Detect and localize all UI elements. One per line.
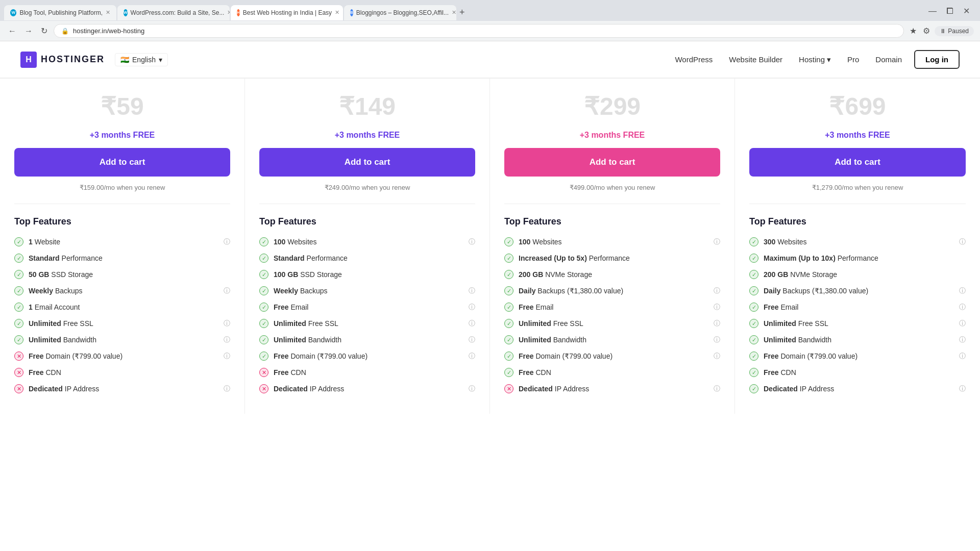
feature-info-business-6[interactable]: ⓘ [714, 335, 720, 344]
feature-info-single-0[interactable]: ⓘ [224, 237, 230, 246]
feature-info-single-6[interactable]: ⓘ [224, 335, 230, 344]
feature-item-cloud-startup-0: ✓ 300 Websites ⓘ [749, 237, 966, 246]
feature-check-premium-2: ✓ [259, 270, 268, 279]
feature-info-cloud-startup-5[interactable]: ⓘ [959, 319, 966, 328]
nav-domain[interactable]: Domain [875, 55, 902, 64]
feature-check-business-4: ✓ [504, 303, 513, 312]
feature-name-cloud-startup-1: Maximum (Up to 10x) Performance [764, 254, 966, 262]
feature-info-premium-6[interactable]: ⓘ [469, 335, 475, 344]
feature-check-business-6: ✓ [504, 335, 513, 344]
feature-item-cloud-startup-8: ✓ Free CDN [749, 368, 966, 377]
feature-name-cloud-startup-7: Free Domain (₹799.00 value) [764, 352, 954, 360]
feature-info-business-3[interactable]: ⓘ [714, 286, 720, 295]
new-tab-button[interactable]: + [459, 7, 465, 18]
free-months-business: +3 months FREE [504, 124, 720, 148]
tab-2-label: WordPress.com: Build a Site, Se... [131, 9, 225, 16]
tab-2[interactable]: W WordPress.com: Build a Site, Se... ✕ [117, 5, 230, 20]
feature-name-cloud-startup-6: Unlimited Bandwidth [764, 336, 954, 344]
features-title-business: Top Features [504, 216, 720, 227]
feature-info-business-0[interactable]: ⓘ [714, 237, 720, 246]
feature-info-single-5[interactable]: ⓘ [224, 319, 230, 328]
login-button[interactable]: Log in [914, 50, 960, 69]
logo-icon: H [20, 52, 37, 68]
restore-button[interactable]: ⧠ [944, 4, 956, 18]
feature-info-premium-7[interactable]: ⓘ [469, 352, 475, 361]
feature-info-cloud-startup-3[interactable]: ⓘ [959, 286, 966, 295]
tab-1-label: Blog Tool, Publishing Platform, [19, 9, 103, 16]
minimize-button[interactable]: — [926, 4, 939, 18]
feature-check-business-0: ✓ [504, 237, 513, 246]
feature-item-cloud-startup-7: ✓ Free Domain (₹799.00 value) ⓘ [749, 352, 966, 361]
nav-website-builder[interactable]: Website Builder [729, 55, 782, 64]
feature-check-single-1: ✓ [14, 254, 23, 263]
feature-name-single-5: Unlimited Free SSL [29, 319, 218, 328]
reload-button[interactable]: ↻ [39, 24, 50, 38]
feature-info-business-7[interactable]: ⓘ [714, 352, 720, 361]
tab-1[interactable]: W Blog Tool, Publishing Platform, ✕ [4, 5, 116, 20]
feature-name-business-7: Free Domain (₹799.00 value) [519, 352, 708, 360]
tab-1-favicon: W [10, 9, 16, 16]
feature-check-single-0: ✓ [14, 237, 23, 246]
tab-3-close[interactable]: ✕ [335, 9, 339, 16]
forward-button[interactable]: → [22, 24, 35, 38]
close-button[interactable]: ✕ [961, 4, 972, 18]
feature-info-cloud-startup-7[interactable]: ⓘ [959, 352, 966, 361]
feature-info-single-7[interactable]: ⓘ [224, 352, 230, 361]
plans-content: ₹59+3 months FREEAdd to cart₹159.00/mo w… [0, 78, 980, 414]
price-text-business: ₹299 [584, 92, 641, 120]
browser-chrome: W Blog Tool, Publishing Platform, ✕ W Wo… [0, 0, 980, 41]
tab-1-close[interactable]: ✕ [106, 9, 110, 16]
feature-item-single-9: ✕ Dedicated IP Address ⓘ [14, 384, 230, 393]
feature-check-premium-3: ✓ [259, 286, 268, 295]
feature-info-premium-0[interactable]: ⓘ [469, 237, 475, 246]
nav-pro[interactable]: Pro [847, 55, 859, 64]
feature-check-business-3: ✓ [504, 286, 513, 295]
feature-item-business-0: ✓ 100 Websites ⓘ [504, 237, 720, 246]
back-button[interactable]: ← [6, 24, 18, 38]
feature-check-business-5: ✓ [504, 319, 513, 328]
feature-info-cloud-startup-0[interactable]: ⓘ [959, 237, 966, 246]
feature-info-business-5[interactable]: ⓘ [714, 319, 720, 328]
tab-2-close[interactable]: ✕ [227, 9, 230, 16]
feature-name-single-8: Free CDN [29, 368, 230, 377]
feature-info-premium-4[interactable]: ⓘ [469, 303, 475, 312]
feature-info-premium-5[interactable]: ⓘ [469, 319, 475, 328]
feature-name-premium-0: 100 Websites [274, 238, 463, 246]
logo[interactable]: H HOSTINGER [20, 52, 105, 68]
bookmark-button[interactable]: ★ [908, 24, 918, 37]
feature-info-single-3[interactable]: ⓘ [224, 286, 230, 295]
feature-name-single-0: 1 Website [29, 238, 218, 246]
feature-info-premium-9[interactable]: ⓘ [469, 384, 475, 393]
add-to-cart-button-single[interactable]: Add to cart [14, 148, 230, 177]
feature-name-premium-3: Weekly Backups [274, 287, 463, 295]
extensions-button[interactable]: ⚙ [921, 24, 932, 37]
feature-item-business-1: ✓ Increased (Up to 5x) Performance [504, 254, 720, 263]
feature-item-premium-5: ✓ Unlimited Free SSL ⓘ [259, 319, 475, 328]
language-selector[interactable]: 🇮🇳 English ▾ [115, 53, 168, 66]
feature-name-single-4: 1 Email Account [29, 303, 230, 311]
feature-item-premium-2: ✓ 100 GB SSD Storage [259, 270, 475, 279]
feature-info-business-9[interactable]: ⓘ [714, 384, 720, 393]
add-to-cart-button-premium[interactable]: Add to cart [259, 148, 475, 177]
add-to-cart-button-business[interactable]: Add to cart [504, 148, 720, 177]
add-to-cart-button-cloud-startup[interactable]: Add to cart [749, 148, 966, 177]
feature-info-single-9[interactable]: ⓘ [224, 384, 230, 393]
feature-item-business-6: ✓ Unlimited Bandwidth ⓘ [504, 335, 720, 344]
feature-name-premium-6: Unlimited Bandwidth [274, 336, 463, 344]
feature-name-business-6: Unlimited Bandwidth [519, 336, 708, 344]
feature-info-cloud-startup-6[interactable]: ⓘ [959, 335, 966, 344]
feature-info-cloud-startup-9[interactable]: ⓘ [959, 384, 966, 393]
tab-4-favicon: B [350, 9, 353, 16]
nav-wordpress[interactable]: WordPress [675, 55, 713, 64]
url-bar[interactable]: 🔒 hostinger.in/web-hosting [54, 24, 904, 38]
tab-4[interactable]: B Bloggingos – Blogging,SEO,Affil... ✕ [344, 5, 456, 20]
feature-check-single-9: ✕ [14, 384, 23, 393]
feature-item-cloud-startup-6: ✓ Unlimited Bandwidth ⓘ [749, 335, 966, 344]
feature-info-business-4[interactable]: ⓘ [714, 303, 720, 312]
nav-hosting[interactable]: Hosting ▾ [799, 55, 831, 64]
free-months-text-single: +3 months FREE [90, 131, 155, 139]
feature-info-cloud-startup-4[interactable]: ⓘ [959, 303, 966, 312]
tab-3[interactable]: H Best Web Hosting in India | Easy ✕ [231, 5, 343, 20]
feature-info-premium-3[interactable]: ⓘ [469, 286, 475, 295]
tab-4-close[interactable]: ✕ [452, 9, 456, 16]
